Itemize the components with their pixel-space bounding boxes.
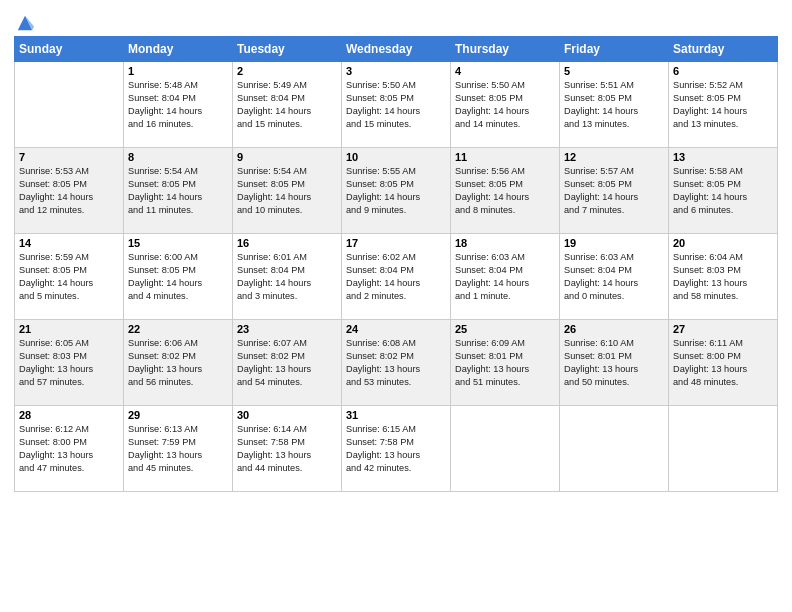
day-number: 28 [19,409,119,421]
day-number: 31 [346,409,446,421]
header-row [14,10,778,32]
day-info: Sunrise: 5:54 AM Sunset: 8:05 PM Dayligh… [128,165,228,217]
day-info: Sunrise: 6:03 AM Sunset: 8:04 PM Dayligh… [564,251,664,303]
day-info: Sunrise: 6:13 AM Sunset: 7:59 PM Dayligh… [128,423,228,475]
day-info: Sunrise: 6:12 AM Sunset: 8:00 PM Dayligh… [19,423,119,475]
calendar-cell: 28Sunrise: 6:12 AM Sunset: 8:00 PM Dayli… [15,406,124,492]
calendar-cell: 15Sunrise: 6:00 AM Sunset: 8:05 PM Dayli… [124,234,233,320]
day-number: 17 [346,237,446,249]
calendar-cell: 5Sunrise: 5:51 AM Sunset: 8:05 PM Daylig… [560,62,669,148]
day-info: Sunrise: 6:01 AM Sunset: 8:04 PM Dayligh… [237,251,337,303]
calendar-cell: 7Sunrise: 5:53 AM Sunset: 8:05 PM Daylig… [15,148,124,234]
calendar-week-row: 1Sunrise: 5:48 AM Sunset: 8:04 PM Daylig… [15,62,778,148]
day-number: 2 [237,65,337,77]
day-number: 29 [128,409,228,421]
calendar-cell: 6Sunrise: 5:52 AM Sunset: 8:05 PM Daylig… [669,62,778,148]
calendar-cell: 10Sunrise: 5:55 AM Sunset: 8:05 PM Dayli… [342,148,451,234]
day-info: Sunrise: 6:05 AM Sunset: 8:03 PM Dayligh… [19,337,119,389]
calendar-day-header: Monday [124,37,233,62]
day-info: Sunrise: 6:15 AM Sunset: 7:58 PM Dayligh… [346,423,446,475]
calendar-cell: 27Sunrise: 6:11 AM Sunset: 8:00 PM Dayli… [669,320,778,406]
day-info: Sunrise: 6:14 AM Sunset: 7:58 PM Dayligh… [237,423,337,475]
calendar-week-row: 14Sunrise: 5:59 AM Sunset: 8:05 PM Dayli… [15,234,778,320]
day-number: 15 [128,237,228,249]
day-number: 12 [564,151,664,163]
calendar-cell [669,406,778,492]
day-info: Sunrise: 5:49 AM Sunset: 8:04 PM Dayligh… [237,79,337,131]
day-number: 25 [455,323,555,335]
calendar-day-header: Friday [560,37,669,62]
calendar-cell: 20Sunrise: 6:04 AM Sunset: 8:03 PM Dayli… [669,234,778,320]
day-number: 7 [19,151,119,163]
calendar-cell [15,62,124,148]
day-info: Sunrise: 6:06 AM Sunset: 8:02 PM Dayligh… [128,337,228,389]
day-number: 1 [128,65,228,77]
day-number: 8 [128,151,228,163]
day-number: 10 [346,151,446,163]
day-number: 20 [673,237,773,249]
calendar-week-row: 21Sunrise: 6:05 AM Sunset: 8:03 PM Dayli… [15,320,778,406]
day-number: 30 [237,409,337,421]
calendar-cell: 18Sunrise: 6:03 AM Sunset: 8:04 PM Dayli… [451,234,560,320]
day-info: Sunrise: 5:54 AM Sunset: 8:05 PM Dayligh… [237,165,337,217]
day-number: 11 [455,151,555,163]
day-info: Sunrise: 6:11 AM Sunset: 8:00 PM Dayligh… [673,337,773,389]
day-number: 3 [346,65,446,77]
calendar-cell: 9Sunrise: 5:54 AM Sunset: 8:05 PM Daylig… [233,148,342,234]
day-info: Sunrise: 5:55 AM Sunset: 8:05 PM Dayligh… [346,165,446,217]
day-info: Sunrise: 5:50 AM Sunset: 8:05 PM Dayligh… [346,79,446,131]
calendar-week-row: 28Sunrise: 6:12 AM Sunset: 8:00 PM Dayli… [15,406,778,492]
day-number: 27 [673,323,773,335]
day-info: Sunrise: 5:50 AM Sunset: 8:05 PM Dayligh… [455,79,555,131]
calendar-day-header: Tuesday [233,37,342,62]
calendar-cell: 2Sunrise: 5:49 AM Sunset: 8:04 PM Daylig… [233,62,342,148]
logo [14,14,34,32]
calendar-cell: 16Sunrise: 6:01 AM Sunset: 8:04 PM Dayli… [233,234,342,320]
page-container: SundayMondayTuesdayWednesdayThursdayFrid… [0,0,792,500]
calendar-cell: 23Sunrise: 6:07 AM Sunset: 8:02 PM Dayli… [233,320,342,406]
day-number: 14 [19,237,119,249]
day-info: Sunrise: 6:08 AM Sunset: 8:02 PM Dayligh… [346,337,446,389]
day-number: 6 [673,65,773,77]
day-number: 16 [237,237,337,249]
day-number: 26 [564,323,664,335]
day-info: Sunrise: 6:02 AM Sunset: 8:04 PM Dayligh… [346,251,446,303]
day-number: 23 [237,323,337,335]
calendar-cell: 19Sunrise: 6:03 AM Sunset: 8:04 PM Dayli… [560,234,669,320]
calendar-day-header: Thursday [451,37,560,62]
day-number: 13 [673,151,773,163]
calendar-day-header: Wednesday [342,37,451,62]
calendar-cell: 11Sunrise: 5:56 AM Sunset: 8:05 PM Dayli… [451,148,560,234]
calendar-cell: 29Sunrise: 6:13 AM Sunset: 7:59 PM Dayli… [124,406,233,492]
day-info: Sunrise: 5:59 AM Sunset: 8:05 PM Dayligh… [19,251,119,303]
day-info: Sunrise: 5:51 AM Sunset: 8:05 PM Dayligh… [564,79,664,131]
day-number: 21 [19,323,119,335]
calendar-cell: 14Sunrise: 5:59 AM Sunset: 8:05 PM Dayli… [15,234,124,320]
calendar-cell: 26Sunrise: 6:10 AM Sunset: 8:01 PM Dayli… [560,320,669,406]
logo-icon [16,14,34,32]
day-info: Sunrise: 6:07 AM Sunset: 8:02 PM Dayligh… [237,337,337,389]
day-info: Sunrise: 5:58 AM Sunset: 8:05 PM Dayligh… [673,165,773,217]
day-number: 24 [346,323,446,335]
calendar-week-row: 7Sunrise: 5:53 AM Sunset: 8:05 PM Daylig… [15,148,778,234]
day-number: 22 [128,323,228,335]
calendar-cell [560,406,669,492]
calendar-cell: 24Sunrise: 6:08 AM Sunset: 8:02 PM Dayli… [342,320,451,406]
day-info: Sunrise: 6:10 AM Sunset: 8:01 PM Dayligh… [564,337,664,389]
calendar-cell: 3Sunrise: 5:50 AM Sunset: 8:05 PM Daylig… [342,62,451,148]
calendar-cell: 22Sunrise: 6:06 AM Sunset: 8:02 PM Dayli… [124,320,233,406]
day-number: 4 [455,65,555,77]
day-info: Sunrise: 6:03 AM Sunset: 8:04 PM Dayligh… [455,251,555,303]
calendar-cell: 21Sunrise: 6:05 AM Sunset: 8:03 PM Dayli… [15,320,124,406]
calendar-cell: 25Sunrise: 6:09 AM Sunset: 8:01 PM Dayli… [451,320,560,406]
calendar-cell: 13Sunrise: 5:58 AM Sunset: 8:05 PM Dayli… [669,148,778,234]
calendar-cell: 1Sunrise: 5:48 AM Sunset: 8:04 PM Daylig… [124,62,233,148]
day-number: 19 [564,237,664,249]
day-info: Sunrise: 6:09 AM Sunset: 8:01 PM Dayligh… [455,337,555,389]
day-info: Sunrise: 5:57 AM Sunset: 8:05 PM Dayligh… [564,165,664,217]
day-info: Sunrise: 6:04 AM Sunset: 8:03 PM Dayligh… [673,251,773,303]
calendar-table: SundayMondayTuesdayWednesdayThursdayFrid… [14,36,778,492]
calendar-day-header: Saturday [669,37,778,62]
calendar-cell: 30Sunrise: 6:14 AM Sunset: 7:58 PM Dayli… [233,406,342,492]
calendar-cell: 12Sunrise: 5:57 AM Sunset: 8:05 PM Dayli… [560,148,669,234]
